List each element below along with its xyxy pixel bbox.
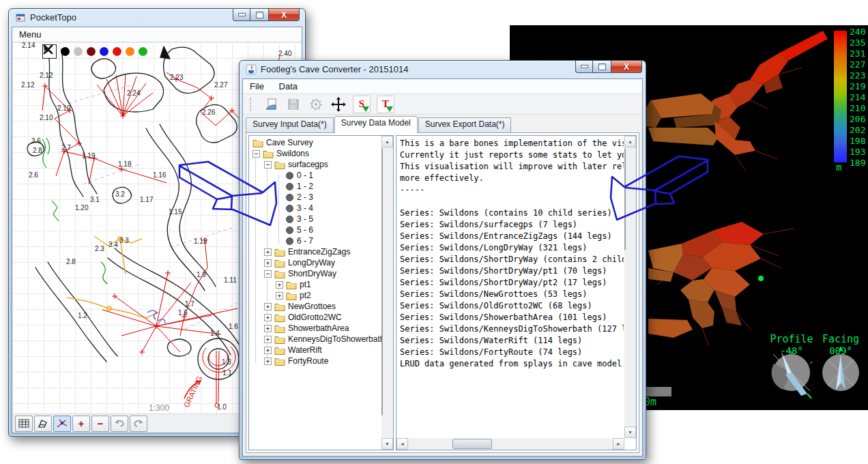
output-line: Series: Swildons/WaterRift (114 legs) xyxy=(400,335,624,347)
undo-button[interactable] xyxy=(111,416,128,432)
scroll-right-arrow[interactable]: ► xyxy=(613,438,624,450)
close-button[interactable]: X xyxy=(268,9,300,21)
map-label: 3.6 xyxy=(31,137,41,145)
maximize-button[interactable] xyxy=(250,9,268,21)
sketch-view-button[interactable] xyxy=(53,416,71,432)
scroll-up-arrow[interactable]: ▲ xyxy=(381,136,393,147)
tab-survey-data-model[interactable]: Survey Data Model xyxy=(334,116,418,133)
toolbar-grip[interactable] xyxy=(250,98,254,111)
close-button[interactable]: X xyxy=(611,61,642,73)
tree-item-cave-survey[interactable]: Cave Survey xyxy=(250,137,381,148)
tree-vertical-scrollbar[interactable]: ▲ ▼ xyxy=(381,136,393,450)
scrollbar-thumb[interactable] xyxy=(452,439,492,449)
map-label: 2.40 xyxy=(278,50,292,57)
stats-report-text[interactable]: This is a bare bones implementation of t… xyxy=(400,138,624,437)
tree-item-longdryway[interactable]: +LongDryWay xyxy=(250,257,381,268)
collapse-toggle[interactable]: − xyxy=(264,270,272,278)
collapse-toggle[interactable]: − xyxy=(252,150,260,158)
expand-toggle[interactable]: + xyxy=(264,248,272,256)
tree-item-0-1[interactable]: 0 - 1 xyxy=(250,170,381,181)
expand-toggle[interactable]: + xyxy=(264,336,272,343)
minimize-button[interactable] xyxy=(233,9,250,21)
map-label: 1.13 xyxy=(194,237,207,245)
tree-item-label: NewGrottoes xyxy=(288,302,336,311)
tree-item-5-6[interactable]: 5 - 6 xyxy=(250,224,381,235)
tree-item-3-4[interactable]: 3 - 4 xyxy=(250,203,381,214)
pen-color-dot[interactable] xyxy=(113,47,121,56)
tree-item-pt1[interactable]: +pt1 xyxy=(250,279,381,290)
tree-item-surfacegps[interactable]: −surfacegps xyxy=(250,159,381,170)
tree-item-1-2[interactable]: 1 - 2 xyxy=(250,181,381,192)
profile-dial[interactable] xyxy=(772,351,813,398)
menu-item-menu[interactable]: Menu xyxy=(12,27,47,40)
scroll-left-arrow[interactable]: ◄ xyxy=(396,438,408,450)
pen-color-dot[interactable] xyxy=(100,47,108,56)
pen-color-dot[interactable] xyxy=(74,47,83,56)
minimize-button[interactable] xyxy=(575,61,593,73)
converter-titlebar[interactable]: Footleg's Cave Converter - 20151014 X xyxy=(240,61,646,78)
download-arrow-icon xyxy=(386,106,393,112)
zoom-in-button[interactable]: + xyxy=(72,416,90,432)
export-survex-button[interactable]: S xyxy=(353,96,371,113)
tree-item-6-7[interactable]: 6 - 7 xyxy=(250,235,381,246)
zoom-out-button[interactable]: − xyxy=(91,416,109,432)
tree-item-fortyroute[interactable]: +FortyRoute xyxy=(250,356,381,366)
scroll-down-arrow[interactable]: ▼ xyxy=(624,426,636,438)
tree-item-showerbatharea[interactable]: +ShowerbathArea xyxy=(250,323,381,334)
scrollbar-thumb[interactable] xyxy=(381,148,383,416)
pen-color-dot[interactable] xyxy=(139,47,147,56)
open-file-button[interactable] xyxy=(263,96,279,113)
export-toporobot-button[interactable]: T xyxy=(377,96,394,113)
output-line: Series: Swildons/ShowerbathArea (101 leg… xyxy=(400,312,624,323)
menu-item-file[interactable]: File xyxy=(243,79,270,91)
expand-toggle[interactable]: + xyxy=(264,358,272,365)
scroll-up-arrow[interactable]: ▲ xyxy=(624,136,636,147)
converter-window-controls: X xyxy=(575,61,642,73)
colorbar-tick-label: 210 xyxy=(850,103,865,113)
pen-color-dot[interactable] xyxy=(87,47,96,56)
redo-button[interactable] xyxy=(130,416,147,432)
scroll-down-arrow[interactable]: ▼ xyxy=(381,438,393,450)
expand-toggle[interactable]: + xyxy=(264,314,272,321)
move-tool-button[interactable] xyxy=(330,96,347,113)
tree-item-kenneysdigtoshowerbath[interactable]: +KenneysDigToShowerbath xyxy=(250,334,381,345)
outline-view-button[interactable] xyxy=(34,416,52,432)
eraser-x-icon[interactable] xyxy=(42,44,54,55)
pockettopo-titlebar[interactable]: PocketTopo X xyxy=(9,9,305,27)
report-vertical-scrollbar[interactable]: ▲ ▼ xyxy=(624,136,636,438)
expand-toggle[interactable]: + xyxy=(264,303,272,310)
tree-item-waterrift[interactable]: +WaterRift xyxy=(250,345,381,356)
tab-survex-export-data[interactable]: Survex Export Data(*) xyxy=(418,117,512,132)
expand-toggle[interactable]: + xyxy=(264,259,272,267)
scrollbar-thumb[interactable] xyxy=(624,148,626,250)
tree-item-2-3[interactable]: 2 - 3 xyxy=(250,192,381,203)
report-horizontal-scrollbar[interactable]: ◄ ► xyxy=(396,438,624,450)
expand-toggle[interactable]: + xyxy=(264,325,272,332)
tree-item-newgrottoes[interactable]: +NewGrottoes xyxy=(250,301,381,312)
tree-item-swildons[interactable]: −Swildons xyxy=(250,148,381,159)
pen-color-dot[interactable] xyxy=(126,47,134,56)
expand-toggle[interactable]: + xyxy=(264,347,272,354)
tree-item-3-5[interactable]: 3 - 5 xyxy=(250,214,381,224)
pen-color-dot[interactable] xyxy=(61,47,70,56)
station-marker-dot xyxy=(758,276,764,281)
open-file-icon xyxy=(264,98,278,111)
map-label: 1.18 xyxy=(118,160,132,168)
tree-item-entrancezigzags[interactable]: +EntranceZigZags xyxy=(250,246,381,257)
menu-item-data[interactable]: Data xyxy=(272,79,303,91)
tree-item-pt2[interactable]: +pt2 xyxy=(250,290,381,301)
map-label: 1.1 xyxy=(222,369,232,377)
tab-survey-input-data[interactable]: Survey Input Data(*) xyxy=(246,117,334,132)
tree-item-label: LongDryWay xyxy=(288,258,335,267)
tree-item-shortdryway[interactable]: −ShortDryWay xyxy=(250,268,381,279)
expand-toggle[interactable]: + xyxy=(276,281,283,289)
collapse-toggle[interactable]: − xyxy=(264,161,272,169)
data-table-button[interactable] xyxy=(15,416,33,432)
converter-client: File Data xyxy=(242,78,643,456)
report-text-panel: This is a bare bones implementation of t… xyxy=(396,135,637,450)
tree-item-oldgrotto2wc[interactable]: +OldGrotto2WC xyxy=(250,312,381,323)
maximize-button[interactable] xyxy=(593,61,611,73)
tree-item-label: 6 - 7 xyxy=(297,236,313,246)
map-label: 2.23 xyxy=(170,74,184,81)
expand-toggle[interactable]: + xyxy=(276,292,283,300)
